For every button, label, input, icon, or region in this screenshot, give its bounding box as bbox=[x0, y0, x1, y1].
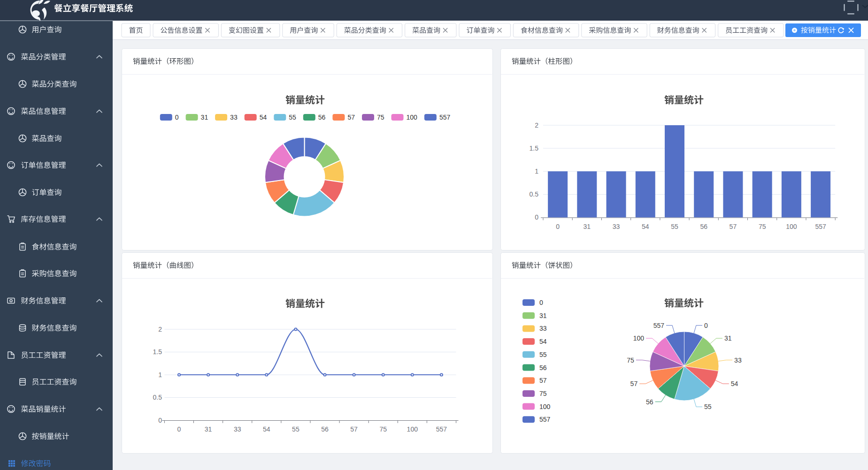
svg-text:0: 0 bbox=[158, 417, 162, 424]
svg-text:54: 54 bbox=[539, 338, 547, 345]
svg-text:31: 31 bbox=[724, 334, 732, 342]
svg-text:75: 75 bbox=[379, 425, 387, 433]
svg-text:557: 557 bbox=[815, 223, 826, 230]
svg-text:75: 75 bbox=[377, 114, 384, 121]
svg-text:54: 54 bbox=[263, 425, 270, 433]
svg-text:56: 56 bbox=[646, 398, 653, 406]
svg-text:56: 56 bbox=[321, 425, 329, 433]
svg-text:56: 56 bbox=[318, 114, 326, 121]
svg-text:56: 56 bbox=[700, 223, 707, 230]
svg-text:33: 33 bbox=[230, 114, 238, 121]
svg-text:557: 557 bbox=[653, 322, 665, 329]
svg-text:56: 56 bbox=[539, 364, 547, 371]
svg-text:0: 0 bbox=[177, 425, 181, 433]
svg-text:55: 55 bbox=[671, 223, 678, 230]
svg-text:57: 57 bbox=[347, 114, 355, 121]
svg-text:75: 75 bbox=[627, 356, 634, 364]
svg-text:2: 2 bbox=[535, 121, 538, 129]
svg-text:57: 57 bbox=[730, 223, 737, 230]
svg-text:31: 31 bbox=[201, 114, 208, 121]
svg-text:100: 100 bbox=[539, 403, 551, 410]
svg-text:31: 31 bbox=[584, 223, 591, 230]
svg-text:33: 33 bbox=[234, 425, 241, 433]
svg-text:55: 55 bbox=[289, 114, 296, 121]
svg-text:0: 0 bbox=[704, 322, 708, 329]
svg-text:57: 57 bbox=[350, 425, 358, 433]
svg-text:55: 55 bbox=[292, 425, 300, 433]
svg-text:2: 2 bbox=[158, 326, 162, 333]
svg-text:55: 55 bbox=[704, 403, 712, 410]
svg-text:0: 0 bbox=[175, 114, 179, 121]
svg-text:100: 100 bbox=[407, 114, 418, 121]
svg-text:0.5: 0.5 bbox=[153, 394, 162, 401]
svg-text:0.5: 0.5 bbox=[530, 190, 539, 198]
svg-text:0: 0 bbox=[539, 299, 543, 306]
svg-text:100: 100 bbox=[786, 223, 797, 230]
svg-text:1: 1 bbox=[535, 167, 538, 175]
svg-text:54: 54 bbox=[260, 114, 267, 121]
svg-text:31: 31 bbox=[539, 312, 547, 319]
svg-text:1.5: 1.5 bbox=[153, 348, 162, 356]
svg-text:557: 557 bbox=[439, 114, 451, 121]
svg-text:33: 33 bbox=[613, 223, 620, 230]
svg-text:55: 55 bbox=[539, 351, 547, 358]
svg-text:100: 100 bbox=[633, 334, 645, 342]
svg-text:57: 57 bbox=[539, 377, 547, 384]
svg-text:0: 0 bbox=[535, 213, 538, 221]
svg-text:57: 57 bbox=[630, 380, 638, 387]
svg-text:75: 75 bbox=[539, 390, 547, 397]
svg-text:33: 33 bbox=[539, 325, 547, 332]
svg-text:1: 1 bbox=[158, 371, 162, 379]
svg-text:54: 54 bbox=[731, 380, 738, 387]
svg-text:75: 75 bbox=[759, 223, 766, 230]
svg-text:1.5: 1.5 bbox=[530, 144, 539, 152]
svg-text:0: 0 bbox=[556, 223, 560, 230]
svg-text:31: 31 bbox=[205, 425, 212, 433]
svg-text:557: 557 bbox=[436, 425, 447, 433]
svg-text:100: 100 bbox=[407, 425, 418, 433]
svg-text:33: 33 bbox=[734, 356, 742, 364]
svg-text:557: 557 bbox=[539, 416, 551, 423]
svg-text:54: 54 bbox=[642, 223, 649, 230]
